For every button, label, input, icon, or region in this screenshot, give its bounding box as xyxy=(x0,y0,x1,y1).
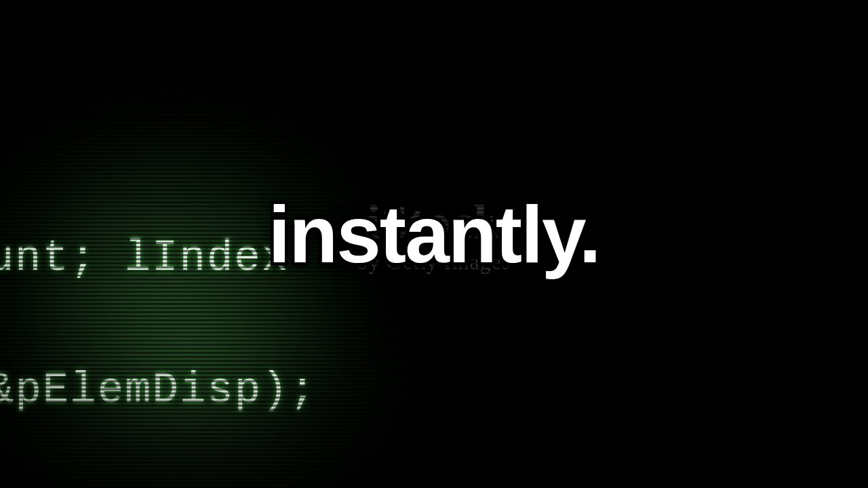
code-line-3: Idx, &pElemDisp); xyxy=(0,366,317,415)
caption-word: instantly. xyxy=(268,188,599,281)
code-line-2: (lCount; lIndex xyxy=(0,234,289,283)
